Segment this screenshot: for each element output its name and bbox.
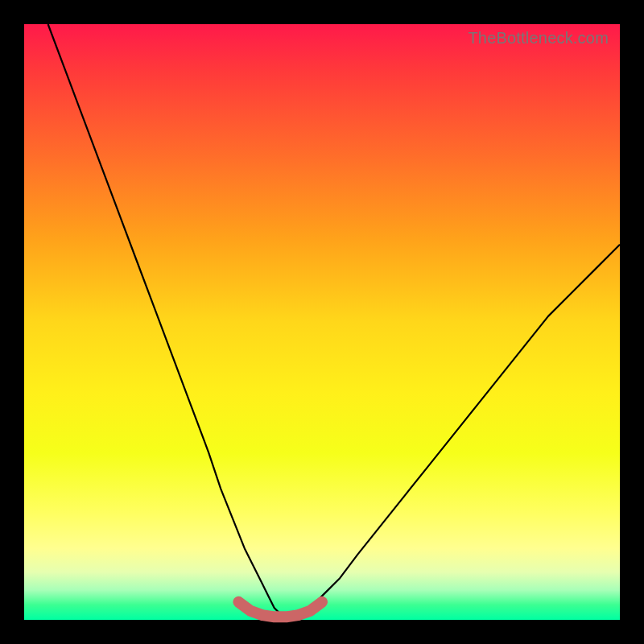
bottom-flat-marker — [238, 602, 322, 617]
plot-area: TheBottleneck.com — [24, 24, 620, 620]
bottleneck-curve — [48, 24, 620, 617]
curve-layer — [24, 24, 620, 620]
chart-frame: TheBottleneck.com — [0, 0, 644, 644]
